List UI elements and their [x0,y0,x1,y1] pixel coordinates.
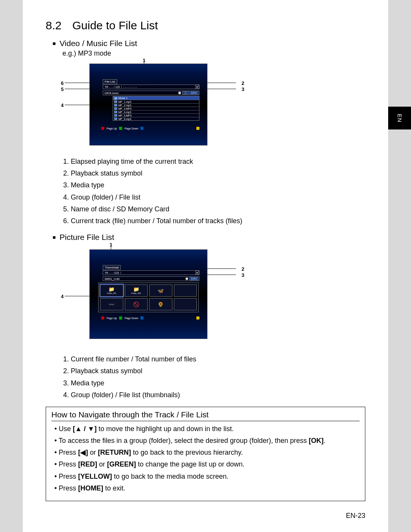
note-icon [114,101,117,103]
navigate-item: Press [YELLOW] to go back to the media m… [54,472,360,481]
vm-screen-title: File List [103,79,117,84]
section-number: 8.2 [46,19,72,32]
file-row: MP_3.MP3 [113,107,199,110]
file-name: MP_4.mp3 [118,111,131,113]
section-title-text: Guide to File List [72,19,158,32]
pic-status-row: TR - - - /123 ■ [103,270,199,275]
note-icon [114,114,117,117]
red-button-icon [101,316,104,320]
pic-screen-title: Thumbnail [103,265,121,270]
red-button-icon [101,127,104,130]
pic-screen: Thumbnail TR - - - /123 ■ 06051_1140 DAT… [89,249,207,339]
thumbnail-icon: 🦋 [158,288,164,293]
manual-page: EN 8.2Guide to File List Video / Music F… [23,0,388,532]
callout-5: 5 [61,86,64,92]
page-number: EN-23 [346,512,365,520]
file-row: Music 1 [113,96,199,100]
thumbnail-icon: 🌻 [158,302,164,307]
disc-icon [185,277,188,280]
file-row: MP_5.MP3 [113,113,199,117]
file-name: MP_6.mp3 [118,118,131,120]
thumbnail-icon: 🚫 [133,302,139,307]
picture-legend: Current file number / Total number of fi… [62,355,365,400]
navigate-item: Press [HOME] to exit. [54,484,360,493]
page-down-label: Page Down [124,317,138,320]
callout-2: 2 [242,80,244,86]
callout-6: 6 [61,80,64,86]
vm-file-list: Music 1MP_1.mp3MP_2.mp3MP_3.MP3MP_4.mp3M… [113,96,199,121]
stop-icon: ■ [195,85,199,89]
thumbnail: 🚫 [125,298,148,310]
yellow-button-icon [196,127,199,130]
file-name: MP_3.MP3 [118,107,132,110]
blue-button-icon [140,127,143,130]
pcallout-2: 2 [242,266,244,272]
note-icon [114,118,117,120]
thumbnail-label: Folder_001 [107,292,116,294]
example-label: e.g.) MP3 mode [62,50,365,58]
vm-track-counter: TR - - - / 123 [103,86,122,88]
thumbnail [174,298,197,310]
legend-item: Media type [71,379,365,388]
green-button-icon [119,316,122,320]
navigate-box: How to Navigate through the Track / File… [46,407,365,501]
pic-thumb-grid: 📁Folder_001📁Folder_002🦋〰️🚫🌻 [98,283,199,312]
file-name: MP_1.mp3 [118,101,131,103]
file-name: MP_5.MP3 [118,114,132,117]
vm-nav-row: Page Up Page Down [101,126,199,131]
pcallout-4: 4 [61,294,64,299]
video-music-diagram: 1 2 3 4 5 6 File List TR - - - / 123 - -… [61,60,244,153]
media-chip: DATA [190,277,198,280]
green-button-icon [119,127,122,130]
vm-status-row: TR - - - / 123 - - - : - - : - - ■ [103,85,199,89]
picture-diagram: 1 2 3 4 Thumbnail TR - - - /123 ■ 06051_… [61,244,244,351]
callout-3: 3 [242,86,244,92]
vm-time: - - - : - - : - - [122,86,139,88]
folder-icon [114,97,117,99]
language-tab-label: EN [397,114,403,123]
thumbnail [174,284,197,297]
navigate-item: Use [▲ / ▼] to move the highlight up and… [54,424,360,434]
navigate-title: How to Navigate through the Track / File… [51,410,360,421]
thumbnail-icon: 📁 [133,287,139,292]
video-music-heading: Video / Music File List [53,39,365,48]
page-up-label: Page Up [107,317,117,320]
file-row: MP_2.mp3 [113,103,199,107]
file-row: MP_4.mp3 [113,110,199,113]
thumbnail-icon: 📁 [108,287,115,292]
legend-item: Group (folder) / File list (thumbnails) [71,390,365,400]
page-down-label: Page Down [124,127,138,130]
disc-icon [178,91,181,94]
page-up-label: Page Up [107,127,117,130]
legend-item: Current track (file) number / Total numb… [71,216,365,226]
note-icon [114,111,117,113]
thumbnail: 🦋 [149,284,172,297]
legend-item: Playback status symbol [71,169,365,178]
vm-disc-name: DATA xxxxx [103,92,178,94]
media-chip-cd: CD [182,91,189,94]
note-icon [114,107,117,110]
pcallout-3: 3 [242,272,244,278]
legend-item: Media type [71,181,365,190]
legend-item: Elapsed playing time of the current trac… [71,157,365,166]
pic-disc-row: 06051_1140 DATA [103,276,199,281]
legend-item: Current file number / Total number of fi… [71,355,365,364]
media-chip-data: DATA [190,91,198,94]
vm-screen: File List TR - - - / 123 - - - : - - : -… [89,64,207,145]
section-title: 8.2Guide to File List [46,19,365,32]
file-name: MP_2.mp3 [118,104,131,107]
pic-nav-row: Page Up Page Down [101,316,199,320]
thumbnail: 🌻 [149,298,172,310]
picture-heading: Picture File List [53,233,365,242]
thumbnail-label: Folder_002 [131,292,141,294]
file-row: MP_6.mp3 [113,117,199,120]
thumbnail: 📁Folder_002 [125,284,148,297]
pic-disc-name: 06051_1140 [103,278,185,280]
navigate-item: Press [◀] or [RETURN] to go back to the … [54,448,360,457]
thumbnail: 〰️ [100,298,123,310]
note-icon [114,104,117,106]
callout-4: 4 [61,102,64,108]
legend-item: Playback status symbol [71,366,365,376]
legend-item: Group (folder) / File list [71,193,365,202]
navigate-item: To access the files in a group (folder),… [54,436,360,446]
